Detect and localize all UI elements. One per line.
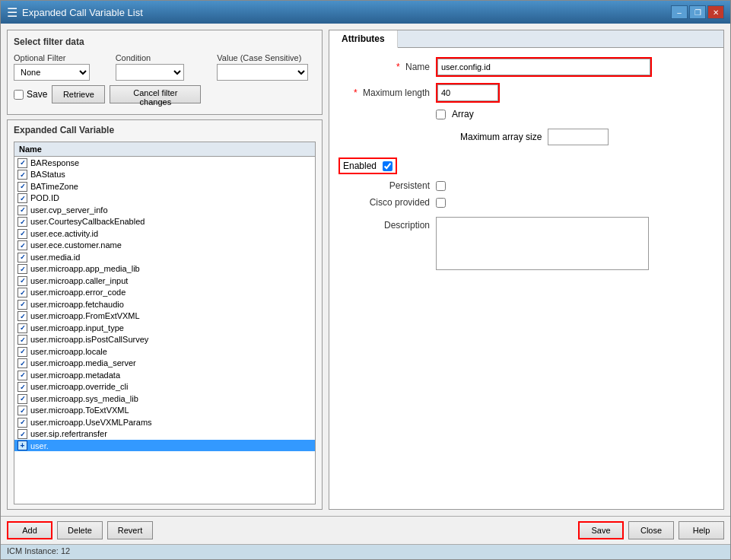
retrieve-button[interactable]: Retrieve xyxy=(52,85,105,103)
checked-icon xyxy=(17,429,27,439)
cancel-filter-button[interactable]: Cancel filter changes xyxy=(110,85,201,103)
attributes-tab[interactable]: Attributes xyxy=(329,30,398,48)
list-item[interactable]: user.microapp.error_code xyxy=(14,287,315,299)
checked-icon xyxy=(17,229,27,239)
add-button[interactable]: Add xyxy=(7,521,52,539)
list-item[interactable]: user.microapp.input_type xyxy=(14,322,315,334)
list-item[interactable]: user.microapp.caller_input xyxy=(14,275,315,287)
attributes-content: * Name * Maximum length xyxy=(329,48,723,279)
list-item[interactable]: user.ece.customer.name xyxy=(14,240,315,252)
checked-icon xyxy=(17,170,27,180)
save-checkbox[interactable] xyxy=(14,90,24,100)
list-item[interactable]: user.CourtesyCallbackEnabled xyxy=(14,216,315,228)
enabled-label: Enabled xyxy=(343,161,377,171)
list-item-name: user.microapp.metadata xyxy=(30,371,120,380)
checked-icon xyxy=(17,276,27,286)
description-label: Description xyxy=(338,217,430,231)
list-item[interactable]: user.sip.refertransfer xyxy=(14,428,315,441)
save-button[interactable]: Save xyxy=(578,521,624,539)
window-title: Expanded Call Variable List xyxy=(22,7,143,18)
left-panel: Select filter data Optional Filter None … xyxy=(7,30,323,510)
list-item-name: user.CourtesyCallbackEnabled xyxy=(30,217,145,226)
title-bar-left: ☰ Expanded Call Variable List xyxy=(7,5,143,20)
list-item[interactable]: user.microapp.media_server xyxy=(14,358,315,370)
list-item[interactable]: user.microapp.isPostCallSurvey xyxy=(14,334,315,346)
enabled-label-box: Enabled xyxy=(338,158,397,174)
list-item[interactable]: user.microapp.override_cli xyxy=(14,381,315,393)
list-item[interactable]: user.media.id xyxy=(14,251,315,263)
name-row: * Name xyxy=(338,57,714,77)
max-array-size-label: Maximum array size xyxy=(460,132,542,142)
filter-action-row: Save Retrieve Cancel filter changes xyxy=(14,85,316,103)
title-bar: ☰ Expanded Call Variable List – ❐ ✕ xyxy=(1,1,730,24)
value-label: Value (Case Sensitive) xyxy=(217,53,316,62)
list-item[interactable]: user.microapp.fetchaudio xyxy=(14,298,315,310)
checked-icon xyxy=(17,193,27,203)
name-required-star: * xyxy=(396,62,400,72)
bottom-right: Save Close Help xyxy=(578,521,724,539)
cisco-provided-checkbox[interactable] xyxy=(436,198,446,208)
list-item[interactable]: user.microapp.metadata xyxy=(14,369,315,381)
list-item[interactable]: BAStatus xyxy=(14,169,315,181)
list-item-name: user.microapp.FromExtVXML xyxy=(30,311,140,320)
maxlength-input[interactable] xyxy=(437,84,498,101)
persistent-checkbox[interactable] xyxy=(436,181,446,191)
description-textarea[interactable] xyxy=(436,217,649,270)
main-panels: Select filter data Optional Filter None … xyxy=(7,30,724,510)
revert-button[interactable]: Revert xyxy=(107,521,153,539)
enabled-checkbox[interactable] xyxy=(383,161,393,171)
ecv-section-title: Expanded Call Variable xyxy=(14,125,316,135)
list-item[interactable]: user.microapp.FromExtVXML xyxy=(14,310,315,323)
list-item[interactable]: user.microapp.sys_media_lib xyxy=(14,393,315,405)
condition-select[interactable] xyxy=(116,64,184,81)
help-button[interactable]: Help xyxy=(679,521,724,539)
list-item[interactable]: user.microapp.ToExtVXML xyxy=(14,405,315,417)
checked-icon xyxy=(17,335,27,345)
checked-icon xyxy=(17,158,27,168)
condition-col: Condition xyxy=(116,53,215,81)
checked-icon xyxy=(17,394,27,404)
list-item[interactable]: user.ece.activity.id xyxy=(14,228,315,240)
list-item-name: POD.ID xyxy=(30,193,59,202)
array-checkbox[interactable] xyxy=(436,110,446,119)
value-col: Value (Case Sensitive) xyxy=(217,53,316,81)
list-item-name: user.microapp.error_code xyxy=(30,288,126,297)
list-item-name: BAStatus xyxy=(30,170,65,179)
restore-button[interactable]: ❐ xyxy=(689,5,706,19)
list-item-name: user.microapp.sys_media_lib xyxy=(30,394,138,403)
ecv-list-scroll[interactable]: BAResponseBAStatusBATimeZonePOD.IDuser.c… xyxy=(14,157,315,504)
checked-icon xyxy=(17,358,27,368)
name-input[interactable] xyxy=(437,59,650,75)
checked-icon xyxy=(17,382,27,392)
max-array-size-input[interactable] xyxy=(548,129,609,145)
delete-button[interactable]: Delete xyxy=(57,521,103,539)
ecv-section: Expanded Call Variable Name BAResponseBA… xyxy=(7,119,323,510)
checked-icon xyxy=(17,217,27,227)
checked-icon xyxy=(17,205,27,215)
list-item-name: user.ece.activity.id xyxy=(30,229,98,238)
close-window-button[interactable]: ✕ xyxy=(707,5,724,19)
optional-filter-select[interactable]: None xyxy=(14,64,90,81)
enabled-row: Enabled xyxy=(338,158,714,174)
list-item[interactable]: user.cvp_server_info xyxy=(14,204,315,216)
list-item-name: user.sip.refertransfer xyxy=(30,429,107,438)
list-item[interactable]: +user. xyxy=(14,440,315,451)
checked-icon xyxy=(17,371,27,380)
list-item[interactable]: BATimeZone xyxy=(14,180,315,192)
maxlength-label: * Maximum length xyxy=(338,88,430,98)
maxlength-input-wrapper xyxy=(436,83,500,103)
minimize-button[interactable]: – xyxy=(671,5,688,19)
checked-icon xyxy=(17,182,27,192)
list-item[interactable]: POD.ID xyxy=(14,192,315,205)
menu-icon[interactable]: ☰ xyxy=(7,5,17,20)
value-select[interactable] xyxy=(217,64,308,81)
list-item[interactable]: BAResponse xyxy=(14,157,315,169)
ecv-list-box: Name BAResponseBAStatusBATimeZonePOD.IDu… xyxy=(14,142,316,504)
list-item[interactable]: user.microapp.app_media_lib xyxy=(14,263,315,275)
list-item[interactable]: user.microapp.UseVXMLParams xyxy=(14,416,315,428)
close-button[interactable]: Close xyxy=(628,521,674,539)
list-item-name: user.microapp.media_server xyxy=(30,358,136,368)
list-item[interactable]: user.microapp.locale xyxy=(14,345,315,358)
checked-icon xyxy=(17,300,27,310)
list-item-name: user.microapp.input_type xyxy=(30,323,124,332)
